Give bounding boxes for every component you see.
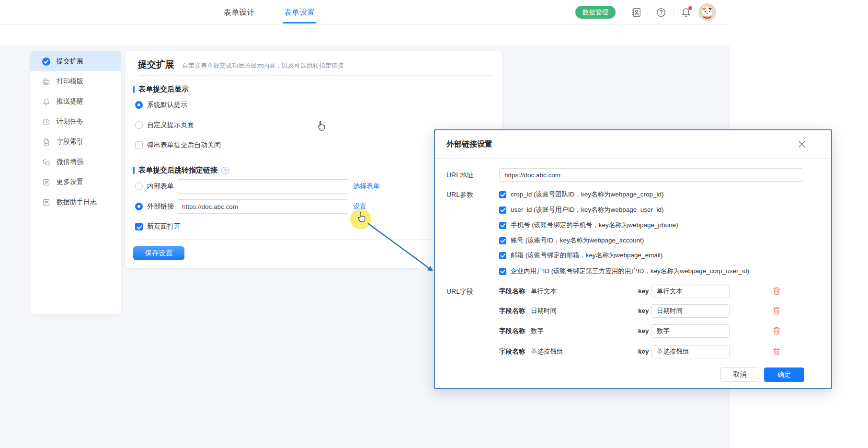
tab-form-design[interactable]: 表单设计 <box>224 0 254 25</box>
sidebar-item-data-assistant-log[interactable]: 数据助手日志 <box>30 192 121 212</box>
param-phone[interactable]: 手机号 (该账号绑定的手机号，key名称为webpage_phone) <box>499 218 678 233</box>
section-after-submit-display: 表单提交后显示 <box>133 85 189 94</box>
radio-external-link[interactable] <box>135 203 143 210</box>
clock-icon <box>42 117 50 126</box>
checkbox-corp-user-id[interactable] <box>499 268 506 275</box>
external-link-input[interactable] <box>177 199 349 214</box>
sidebar-item-scheduled-task[interactable]: 计划任务 <box>30 112 121 132</box>
data-manage-button[interactable]: 数据管理 <box>575 6 616 19</box>
trash-icon[interactable] <box>772 326 781 335</box>
field-name-value: 单行文本 <box>531 285 557 298</box>
avatar[interactable] <box>698 3 716 21</box>
param-corp-user-id[interactable]: 企业内用户ID (该账号绑定第三方应用的用户ID，key名称为webpage_c… <box>499 264 749 279</box>
cat-avatar-image <box>698 3 716 21</box>
url-params-label: URL参数 <box>446 188 473 201</box>
settings-sidebar: 提交扩展 打印模版 推送提醒 计划任务 字段索引 微信增强 更多设置 数据助手 <box>30 51 121 314</box>
topbar: 表单设计 表单设置 数据管理 <box>0 0 730 25</box>
option-open-new-page[interactable]: 新页面打开 <box>135 219 181 234</box>
field-key-input[interactable] <box>651 324 730 338</box>
checkbox-email[interactable] <box>499 252 506 259</box>
section-accent-bar <box>133 167 135 174</box>
field-key-input[interactable] <box>651 304 730 318</box>
trash-icon[interactable] <box>772 306 781 315</box>
close-icon[interactable] <box>798 140 806 149</box>
sidebar-item-field-index[interactable]: 字段索引 <box>30 132 121 152</box>
save-settings-button[interactable]: 保存设置 <box>133 246 184 260</box>
sidebar-item-wechat-enhance[interactable]: 微信增强 <box>30 152 121 172</box>
top-tabs: 表单设计 表单设置 <box>224 0 315 25</box>
list-icon <box>42 198 50 207</box>
sidebar-item-more-settings[interactable]: 更多设置 <box>30 172 121 192</box>
param-label: user_id (该账号用户ID，key名称为webpage_user_id) <box>511 206 664 214</box>
confirm-button[interactable]: 确定 <box>764 368 804 382</box>
param-user-id[interactable]: user_id (该账号用户ID，key名称为webpage_user_id) <box>499 202 664 218</box>
field-key-input[interactable] <box>651 285 730 298</box>
sidebar-item-label: 计划任务 <box>57 117 83 126</box>
radio-custom-page[interactable] <box>135 121 143 129</box>
checkbox-user-id[interactable] <box>499 207 506 214</box>
app-window: 表单设计 表单设置 数据管理 <box>0 0 868 448</box>
radio-internal-form[interactable] <box>135 183 143 190</box>
checkbox-crop-id[interactable] <box>499 191 506 198</box>
sidebar-item-push-reminder[interactable]: 推送提醒 <box>30 92 121 112</box>
topbar-divider <box>624 8 624 17</box>
sidebar-item-label: 数据助手日志 <box>57 198 97 207</box>
field-row: 字段名称 数字 key <box>435 324 831 338</box>
tab-form-settings[interactable]: 表单设置 <box>284 0 315 25</box>
section-redirect-link: 表单提交后跳转指定链接 ? <box>133 166 229 175</box>
sidebar-item-print-template[interactable]: 打印模版 <box>30 71 121 92</box>
sidebar-item-label: 更多设置 <box>57 178 83 186</box>
cancel-button[interactable]: 取消 <box>720 368 759 382</box>
option-label: 系统默认提示 <box>147 101 187 109</box>
sidebar-item-submit-extension[interactable]: 提交扩展 <box>30 51 121 71</box>
param-email[interactable]: 邮箱 (该账号绑定的邮箱，key名称为webpage_email) <box>499 248 662 263</box>
field-name-value: 数字 <box>531 324 544 338</box>
checkbox-popup-autoclose[interactable] <box>135 141 143 149</box>
field-name-label: 字段名称 <box>499 285 525 298</box>
checkbox-open-new-page[interactable] <box>135 223 143 230</box>
url-address-label: URL地址 <box>446 168 473 182</box>
document-icon <box>42 138 50 146</box>
radio-system-default[interactable] <box>135 101 143 109</box>
section-heading: 表单提交后跳转指定链接 <box>138 166 217 175</box>
wechat-icon <box>42 158 50 166</box>
sidebar-item-label: 微信增强 <box>57 158 83 166</box>
trash-icon[interactable] <box>772 347 781 356</box>
section-heading: 表单提交后显示 <box>138 85 189 94</box>
field-key-input[interactable] <box>651 345 730 358</box>
option-custom-page[interactable]: 自定义提示页面 <box>135 118 194 132</box>
contacts-icon[interactable] <box>631 7 641 18</box>
internal-form-input[interactable] <box>177 179 349 194</box>
choose-form-link[interactable]: 选择表单 <box>353 182 380 191</box>
field-name-value: 单选按钮组 <box>531 345 563 358</box>
trash-icon[interactable] <box>772 287 781 296</box>
param-label: 手机号 (该账号绑定的手机号，key名称为webpage_phone) <box>511 221 678 230</box>
page-title: 提交扩展 <box>138 58 174 71</box>
key-label: key <box>638 304 649 318</box>
key-label: key <box>638 285 649 298</box>
divider <box>138 75 492 76</box>
field-name-label: 字段名称 <box>499 324 525 338</box>
divider <box>435 158 831 159</box>
checkbox-account[interactable] <box>499 237 506 244</box>
page-subtitle: 自定义表单提交成功后的提示内容，以及可以跳转指定链接 <box>182 61 344 70</box>
param-label: 邮箱 (该账号绑定的邮箱，key名称为webpage_email) <box>511 251 662 260</box>
url-address-input[interactable] <box>499 168 803 182</box>
param-label: 账号 (该账号ID，key名称为webpage_account) <box>511 236 644 245</box>
field-name-label: 字段名称 <box>499 304 525 318</box>
param-account[interactable]: 账号 (该账号ID，key名称为webpage_account) <box>499 233 644 248</box>
modal-title: 外部链接设置 <box>446 130 492 158</box>
option-system-default[interactable]: 系统默认提示 <box>135 98 187 112</box>
sidebar-item-label: 打印模版 <box>57 77 83 86</box>
option-label: 弹出表单提交后自动关闭 <box>147 141 221 149</box>
option-popup-autoclose[interactable]: 弹出表单提交后自动关闭 <box>135 138 221 152</box>
checkbox-phone[interactable] <box>499 222 506 229</box>
help-icon[interactable]: ? <box>221 167 229 174</box>
param-crop-id[interactable]: crop_id (该账号团队ID，key名称为webpage_crop_id) <box>499 187 664 202</box>
click-highlight <box>350 208 371 230</box>
row-external-link: 外部链接 设置 <box>135 199 366 214</box>
topbar-divider <box>673 8 674 17</box>
param-label: crop_id (该账号团队ID，key名称为webpage_crop_id) <box>511 190 664 199</box>
section-accent-bar <box>133 86 135 93</box>
help-icon[interactable] <box>656 7 666 18</box>
